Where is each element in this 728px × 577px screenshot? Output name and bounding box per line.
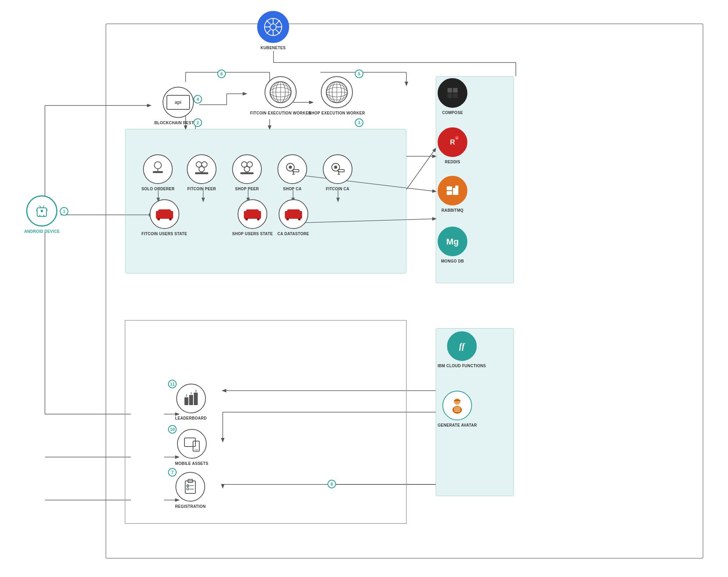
svg-rect-124 bbox=[447, 191, 452, 195]
badge-6: 6 bbox=[217, 70, 226, 78]
shop-ca-node: SHOP CA bbox=[277, 154, 307, 191]
compose-node: COMPOSE bbox=[438, 78, 467, 115]
svg-point-84 bbox=[244, 166, 250, 172]
svg-rect-147 bbox=[187, 488, 189, 490]
svg-rect-111 bbox=[287, 209, 300, 214]
svg-rect-106 bbox=[245, 218, 248, 220]
svg-rect-135 bbox=[189, 395, 193, 405]
rabbitmq-node: RABBITMQ bbox=[438, 176, 467, 213]
mongodb-node: Mg MONGO DB bbox=[438, 227, 467, 264]
svg-rect-116 bbox=[453, 88, 458, 93]
badge-8: 8 bbox=[327, 480, 336, 488]
fitcoin-ca-node: FITCOIN CA bbox=[323, 154, 352, 191]
badge-10: 10 bbox=[168, 425, 177, 434]
generate-avatar-node: GENERATE AVATAR bbox=[438, 391, 477, 428]
shop-worker-node: SHOP EXECUTION WORKER bbox=[309, 76, 365, 116]
svg-point-88 bbox=[289, 166, 292, 169]
fitcoin-users-state-node: FITCOIN USERS STATE bbox=[141, 199, 187, 236]
svg-text:R: R bbox=[450, 138, 455, 146]
badge-4: 4 bbox=[193, 95, 202, 104]
svg-rect-126 bbox=[455, 186, 458, 189]
svg-rect-115 bbox=[447, 88, 452, 93]
svg-rect-101 bbox=[169, 218, 172, 220]
svg-rect-117 bbox=[447, 93, 452, 98]
leaderboard-node: 2 1 3 LEADERBOARD bbox=[175, 384, 207, 421]
svg-rect-81 bbox=[195, 172, 208, 174]
svg-text:1: 1 bbox=[190, 391, 192, 395]
svg-rect-112 bbox=[286, 218, 289, 220]
svg-rect-125 bbox=[453, 188, 458, 195]
redis-node: R + REDDIS bbox=[438, 127, 467, 164]
svg-rect-133 bbox=[454, 407, 460, 412]
badge-11: 11 bbox=[168, 380, 177, 388]
badge-3: 3 bbox=[355, 118, 363, 127]
fitcoin-worker-node: FITCOIN EXECUTION WORKER bbox=[250, 76, 311, 116]
svg-point-93 bbox=[334, 166, 337, 169]
svg-text:+: + bbox=[456, 137, 458, 140]
shop-peer-node: SHOP PEER bbox=[232, 154, 262, 191]
svg-point-80 bbox=[199, 166, 204, 172]
svg-rect-118 bbox=[453, 93, 458, 98]
diagram-container: KUBENETES ANDROID DEVICE api BLOCKCHAIN … bbox=[0, 0, 728, 577]
svg-rect-136 bbox=[194, 393, 198, 405]
kubernetes-node: KUBENETES bbox=[257, 11, 289, 50]
svg-rect-99 bbox=[158, 209, 171, 214]
svg-rect-85 bbox=[240, 172, 254, 174]
svg-text:Mg: Mg bbox=[446, 237, 459, 247]
svg-rect-107 bbox=[257, 218, 259, 220]
svg-rect-105 bbox=[246, 209, 259, 214]
svg-text:3: 3 bbox=[195, 389, 197, 393]
shop-users-state-node: SHOP USERS STATE bbox=[232, 199, 273, 236]
ibm-cloud-functions-node: ff IBM CLOUD FUNCTIONS bbox=[438, 331, 486, 368]
android-device-node: ANDROID DEVICE bbox=[24, 195, 60, 234]
badge-1: 1 bbox=[60, 207, 68, 216]
svg-rect-134 bbox=[184, 397, 188, 405]
badge-5: 5 bbox=[355, 70, 363, 78]
svg-rect-140 bbox=[184, 438, 195, 447]
svg-point-58 bbox=[41, 210, 43, 212]
svg-text:2: 2 bbox=[186, 394, 188, 397]
solo-orderer-node: SOLO ORDERER bbox=[141, 154, 175, 191]
svg-point-75 bbox=[154, 162, 161, 169]
svg-rect-113 bbox=[298, 218, 301, 220]
svg-rect-76 bbox=[153, 171, 163, 173]
mobile-assets-node: MOBILE ASSETS bbox=[175, 429, 208, 466]
fitcoin-peer-node: FITCOIN PEER bbox=[187, 154, 216, 191]
badge-2: 2 bbox=[193, 118, 202, 127]
ca-datastore-node: CA DATASTORE bbox=[277, 199, 309, 236]
svg-rect-123 bbox=[447, 186, 452, 190]
registration-node: REGISTRATION bbox=[175, 472, 206, 509]
svg-rect-100 bbox=[157, 218, 160, 220]
badge-7: 7 bbox=[168, 468, 177, 477]
